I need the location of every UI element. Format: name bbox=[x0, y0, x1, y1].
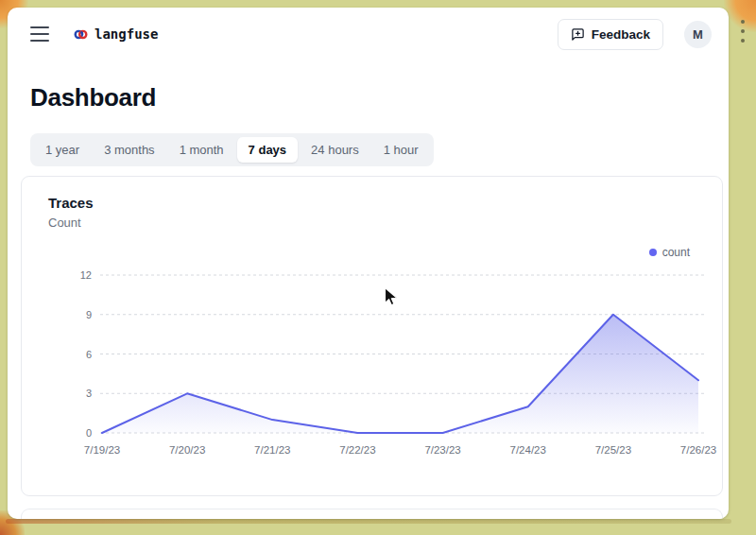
traces-card: Traces Count count 0369127/19/237/20/237… bbox=[21, 176, 723, 496]
top-bar: langfuse Feedback M bbox=[8, 8, 729, 60]
frame-bottom-edge bbox=[6, 519, 731, 524]
legend-dot bbox=[649, 249, 657, 256]
user-avatar[interactable]: M bbox=[684, 21, 712, 48]
frame-dots bbox=[741, 20, 745, 43]
svg-text:7/21/23: 7/21/23 bbox=[254, 444, 290, 456]
knot-logo-icon bbox=[74, 27, 88, 42]
next-card-partial bbox=[21, 509, 723, 519]
legend-item-count: count bbox=[649, 246, 690, 259]
svg-text:7/25/23: 7/25/23 bbox=[595, 444, 631, 456]
app-name: langfuse bbox=[94, 26, 158, 42]
svg-text:12: 12 bbox=[80, 269, 92, 281]
feedback-label: Feedback bbox=[592, 27, 650, 42]
svg-text:7/24/23: 7/24/23 bbox=[510, 444, 546, 456]
svg-text:7/20/23: 7/20/23 bbox=[169, 444, 205, 456]
card-subtitle: Count bbox=[48, 216, 722, 230]
time-range-tabs: 1 year3 months1 month7 days24 hours1 hou… bbox=[30, 133, 434, 166]
tab-1-month[interactable]: 1 month bbox=[168, 137, 235, 163]
frame-corner-accent bbox=[724, 0, 756, 32]
card-title: Traces bbox=[48, 195, 722, 211]
chart-legend: count bbox=[22, 245, 722, 260]
brand[interactable]: langfuse bbox=[74, 26, 158, 42]
svg-text:0: 0 bbox=[86, 427, 92, 439]
svg-text:7/26/23: 7/26/23 bbox=[680, 444, 716, 456]
tab-3-months[interactable]: 3 months bbox=[93, 137, 165, 163]
tab-1-hour[interactable]: 1 hour bbox=[372, 137, 430, 163]
tab-24-hours[interactable]: 24 hours bbox=[300, 137, 370, 163]
svg-text:6: 6 bbox=[86, 349, 92, 360]
app-window: langfuse Feedback M Dashboard 1 year3 mo… bbox=[8, 8, 729, 519]
svg-text:3: 3 bbox=[86, 388, 92, 399]
svg-text:7/22/23: 7/22/23 bbox=[339, 444, 375, 456]
tab-7-days[interactable]: 7 days bbox=[237, 137, 298, 163]
page-title: Dashboard bbox=[8, 60, 729, 112]
traces-area-chart: 0369127/19/237/20/237/21/237/22/237/23/2… bbox=[22, 264, 722, 464]
svg-text:7/19/23: 7/19/23 bbox=[84, 444, 120, 456]
svg-text:9: 9 bbox=[86, 309, 92, 320]
feedback-button[interactable]: Feedback bbox=[558, 19, 663, 50]
svg-text:7/23/23: 7/23/23 bbox=[424, 444, 460, 456]
tab-1-year[interactable]: 1 year bbox=[34, 137, 91, 163]
message-square-plus-icon bbox=[571, 27, 585, 42]
menu-icon[interactable] bbox=[30, 26, 49, 42]
